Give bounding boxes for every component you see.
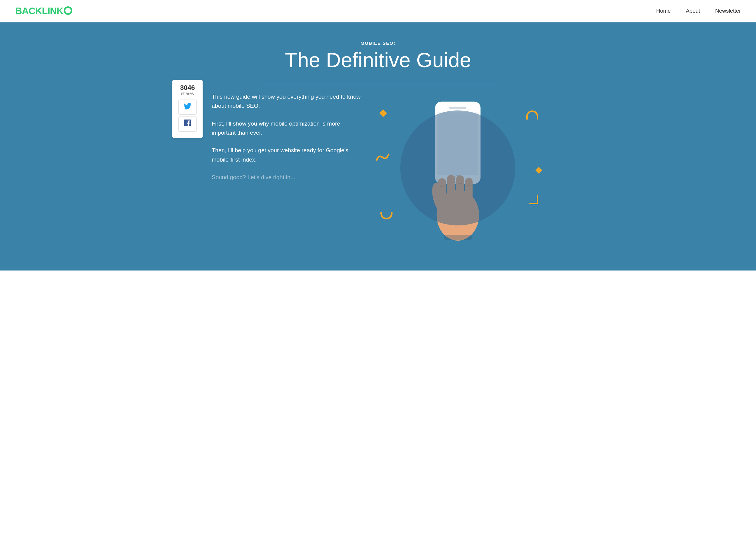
logo[interactable]: BACKLINK [15, 5, 72, 17]
site-header: BACKLINK Home About Newsletter [0, 0, 756, 22]
hero-text: This new guide will show you everything … [212, 92, 371, 191]
share-box: 3046 shares [172, 80, 203, 138]
hero-para-4: Sound good? Let's dive right in... [212, 173, 362, 182]
hero-subtitle: MOBILE SEO: [360, 41, 396, 46]
share-count: 3046 [178, 84, 197, 91]
hero-illustration [371, 92, 544, 243]
nav-newsletter[interactable]: Newsletter [715, 8, 741, 14]
hero-section: MOBILE SEO: The Definitive Guide 3046 sh… [0, 22, 756, 270]
hero-para-3: Then, I'll help you get your website rea… [212, 146, 362, 164]
hero-title: The Definitive Guide [285, 49, 471, 71]
nav-home[interactable]: Home [656, 8, 671, 14]
hero-divider [260, 80, 496, 80]
facebook-share-button[interactable] [178, 116, 197, 132]
twitter-share-button[interactable] [178, 99, 197, 115]
logo-o-icon [64, 6, 72, 15]
twitter-icon [184, 102, 191, 112]
svg-rect-1 [449, 107, 466, 109]
deco-squiggle-icon [376, 153, 389, 163]
hero-para-1: This new guide will show you everything … [212, 92, 362, 111]
deco-curve-top-right [526, 110, 538, 119]
svg-rect-14 [444, 235, 472, 240]
deco-corner-right [529, 195, 538, 204]
nav-about[interactable]: About [686, 8, 700, 14]
deco-diamond-top [379, 109, 387, 117]
main-nav: Home About Newsletter [656, 8, 741, 14]
deco-arc-bottom [380, 212, 393, 219]
share-label: shares [178, 91, 197, 96]
deco-diamond-right [536, 167, 543, 174]
hero-para-2: First, I'll show you why mobile optimiza… [212, 119, 362, 138]
logo-text: BACKLINK [15, 5, 63, 17]
facebook-icon [184, 119, 191, 129]
phone-bg-circle [400, 110, 515, 225]
